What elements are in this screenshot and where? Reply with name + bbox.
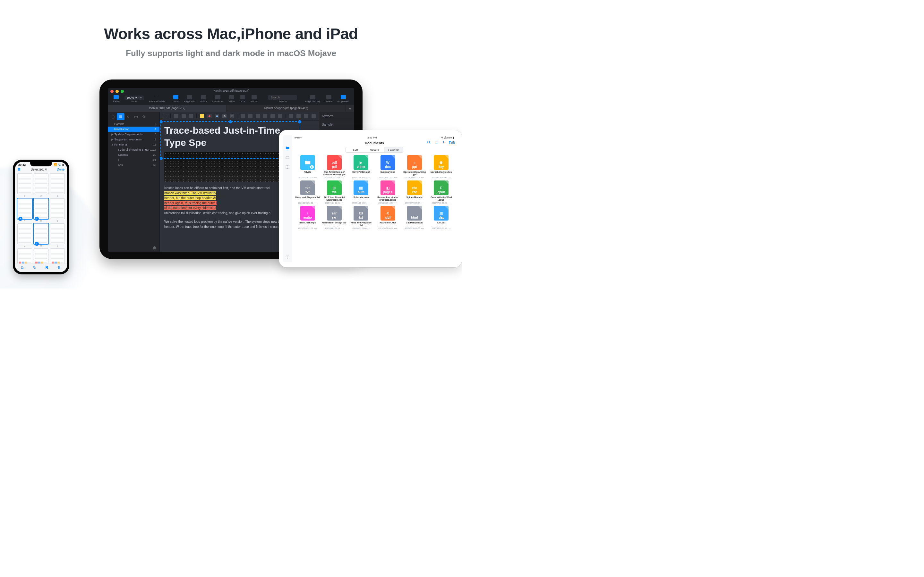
file-item[interactable]: htmlCat Design.html2015/05/30 00:00•••: [402, 206, 427, 229]
toc-row[interactable]: Cotents20: [108, 152, 160, 157]
side-font-icon[interactable]: A: [124, 113, 132, 120]
phone-done-button[interactable]: Done: [57, 168, 65, 171]
file-item[interactable]: video▶Harry Potter.mp42017/12/18 13:43••…: [349, 155, 373, 179]
freehand-icon[interactable]: 𝘈: [222, 114, 226, 118]
tb-panel[interactable]: Panel: [110, 95, 122, 103]
tab-side-settings-icon[interactable]: [285, 255, 290, 259]
side-search-icon[interactable]: [140, 113, 148, 120]
area-icon[interactable]: [189, 114, 193, 118]
phone-page-thumb[interactable]: 6: [50, 198, 65, 222]
side-page-icon[interactable]: [109, 113, 117, 120]
seg-recent[interactable]: Recent: [365, 147, 384, 152]
tab-side-folder-icon[interactable]: [285, 145, 290, 150]
toc-row[interactable]: l21: [108, 157, 160, 163]
file-item[interactable]: xfdfXRashomon.xfdf2015/06/01 00:00•••: [375, 206, 400, 229]
trash-icon[interactable]: 🗑: [153, 245, 157, 250]
tablet-edit-button[interactable]: Edit: [449, 141, 455, 145]
file-item[interactable]: dat▤List.dat2015/05/29 00:00•••: [429, 206, 454, 229]
file-item[interactable]: 0Private2017/12/18 12:01•••: [295, 155, 320, 179]
phone-page-thumb[interactable]: 9: [50, 223, 65, 247]
file-item[interactable]: docWSummary.doc2023/01/28 12:01•••: [375, 155, 400, 179]
phone-page-thumb[interactable]: 1: [17, 173, 32, 197]
toc-row[interactable]: Cotents2: [108, 121, 160, 127]
tablet-add-icon[interactable]: [441, 140, 446, 145]
phone-page-thumb[interactable]: 4: [17, 198, 32, 222]
phone-page-thumb[interactable]: 7: [17, 223, 32, 247]
tb-converter[interactable]: Converter: [210, 95, 226, 103]
arrow-icon[interactable]: [263, 114, 267, 118]
file-item[interactable]: txttxtPride and Prejudice .txt2015/06/01…: [349, 206, 373, 229]
search-input[interactable]: [268, 95, 297, 100]
file-item[interactable]: txttxtMoon and Sixpence.txt2023/01/28 12…: [295, 181, 320, 204]
doc-tab-a[interactable]: Plan in 2018.pdf (page 5/17): [108, 105, 227, 112]
side-snapshot-icon[interactable]: [132, 113, 140, 120]
note-icon[interactable]: [241, 114, 245, 118]
tb-home[interactable]: Home: [248, 95, 260, 103]
file-item[interactable]: cbrcbrSpider-Man.cbr2017/08/09 09:53•••: [402, 181, 427, 204]
tb-tools-label: Tools: [173, 100, 179, 103]
file-item[interactable]: audio♪Billie Jean.mp32015/07/02 11:06•••: [295, 206, 320, 229]
tb-pagedisplay[interactable]: Page Display: [302, 95, 323, 103]
file-item[interactable]: epubEGone With the Wind .epub2015/07/02 …: [429, 181, 454, 204]
tab-side-camera-icon[interactable]: [285, 155, 290, 160]
phone-page-thumb[interactable]: 8: [34, 223, 48, 247]
tb-share[interactable]: Share: [323, 95, 334, 103]
stamp-icon[interactable]: [289, 114, 293, 118]
tb-editor[interactable]: Editor: [198, 95, 210, 103]
phone-page-thumb[interactable]: 2: [34, 173, 48, 197]
tb-prevnext[interactable]: ↑ ↓Previous/Next: [146, 95, 168, 103]
tb-zoom-group[interactable]: 100%▾ − + Zoom: [122, 95, 146, 103]
side-outline-icon[interactable]: [117, 113, 124, 120]
tablet-search-icon[interactable]: [427, 140, 431, 145]
toc-row[interactable]: Introduction4: [108, 127, 160, 132]
tablet-segmented[interactable]: Sort Recent Favorite: [346, 147, 403, 153]
tb-tools[interactable]: Tools: [170, 95, 182, 103]
table-icon[interactable]: [312, 114, 316, 118]
tb-editor-label: Editor: [200, 100, 207, 103]
oval-icon[interactable]: [256, 114, 260, 118]
link-icon[interactable]: [278, 114, 282, 118]
rect-icon[interactable]: [248, 114, 252, 118]
phone-copy-icon[interactable]: ⧉: [21, 266, 24, 270]
select-icon[interactable]: [182, 114, 186, 118]
tab-side-globe-icon[interactable]: [285, 165, 290, 169]
svg-text:A: A: [127, 116, 129, 118]
file-item[interactable]: num▮▮Schedule.num2023/01/28 12:01•••: [349, 181, 373, 204]
toc-row[interactable]: ▼Functional16: [108, 142, 160, 147]
strike-icon[interactable]: A: [215, 114, 219, 118]
file-item[interactable]: key⬢Market Analysis.key2023/01/28 12:01•…: [429, 155, 454, 179]
phone-replace-button[interactable]: R: [45, 266, 48, 270]
tablet-list-icon[interactable]: [434, 140, 438, 145]
file-item[interactable]: ppt≡Operational planning .ppt2023/01/28 …: [402, 155, 427, 179]
seg-favorite[interactable]: Favorite: [384, 147, 403, 152]
file-item[interactable]: pages◧Research of similar products.pages…: [375, 181, 400, 204]
tb-ocr[interactable]: OCR: [237, 95, 248, 103]
toc-row[interactable]: Federal Shopping Sheet Update...18: [108, 147, 160, 152]
phone-rotate-icon[interactable]: ↻: [33, 266, 36, 270]
hex-icon[interactable]: [163, 114, 167, 118]
sign-icon[interactable]: [304, 114, 308, 118]
phone-page-thumb[interactable]: 3: [50, 173, 65, 197]
doc-tab-b[interactable]: Market Analysis.pdf (page 90/417): [227, 105, 346, 112]
seg-sort[interactable]: Sort: [346, 147, 365, 152]
phone-grid-icon[interactable]: ☰: [18, 168, 21, 171]
toc-row[interactable]: ▶Supporting resources9: [108, 137, 160, 142]
toc-row[interactable]: ons32: [108, 163, 160, 168]
toc-row[interactable]: ▶System Requirements5: [108, 132, 160, 137]
phone-page-thumb[interactable]: 5: [34, 198, 48, 222]
underline-icon[interactable]: A: [207, 114, 212, 118]
hand-icon[interactable]: [174, 114, 178, 118]
text-icon[interactable]: T: [230, 114, 234, 118]
file-item[interactable]: pdfpdfThe Adverntures of Sherlock Holmes…: [322, 155, 347, 179]
file-item[interactable]: xls⊞2018 Year Financial Statements.xls20…: [322, 181, 347, 204]
tb-search[interactable]: Search: [266, 95, 300, 103]
tb-form[interactable]: Form: [226, 95, 237, 103]
line-icon[interactable]: [270, 114, 275, 118]
file-item[interactable]: rarrarGraduation design .rar2015/06/09 0…: [322, 206, 347, 229]
tb-pageedit[interactable]: Page Edit: [182, 95, 198, 103]
phone-trash-icon[interactable]: 🗑: [57, 266, 61, 270]
tb-properties[interactable]: Properties: [335, 95, 352, 103]
doc-tab-add[interactable]: ＋: [346, 105, 354, 112]
image-icon[interactable]: [296, 114, 300, 118]
highlight-icon[interactable]: [200, 114, 204, 118]
